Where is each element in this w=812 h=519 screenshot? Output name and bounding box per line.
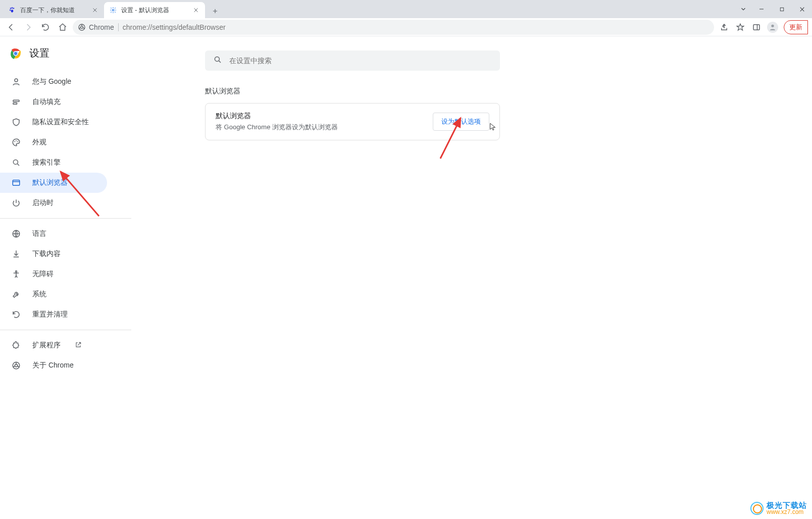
- sidebar-item-label: 隐私设置和安全性: [32, 118, 89, 127]
- svg-point-19: [14, 141, 15, 142]
- sidebar-item-label: 扩展程序: [32, 341, 61, 350]
- section-title: 默认浏览器: [205, 87, 812, 96]
- sidebar-item-label: 无障碍: [32, 270, 54, 279]
- update-label: 更新: [789, 23, 802, 32]
- tabs-dropdown-button[interactable]: [735, 2, 751, 17]
- sidebar-item-label: 启动时: [32, 198, 54, 207]
- page-title: 设置: [29, 46, 49, 60]
- sidebar-item-you-and-google[interactable]: 您与 Google: [0, 72, 107, 92]
- sidebar-item-appearance[interactable]: 外观: [0, 132, 107, 152]
- accessibility-icon: [11, 269, 21, 279]
- address-bar[interactable]: Chrome chrome://settings/defaultBrowser: [73, 20, 714, 35]
- settings-main: 默认浏览器 默认浏览器 将 Google Chrome 浏览器设为默认浏览器 设…: [131, 36, 812, 519]
- svg-point-22: [13, 160, 18, 164]
- forward-button[interactable]: [21, 20, 35, 34]
- close-icon[interactable]: [91, 6, 99, 14]
- svg-point-16: [15, 79, 18, 82]
- baidu-paw-icon: [8, 6, 16, 14]
- share-button[interactable]: [717, 20, 731, 34]
- settings-page: 设置 您与 Google 自动填充 隐私设置和安全性 外观 搜索引擎: [0, 36, 812, 519]
- profile-button[interactable]: [766, 20, 780, 34]
- search-icon: [213, 55, 222, 66]
- watermark-url: www.xz7.com: [767, 509, 807, 515]
- svg-point-4: [112, 9, 114, 11]
- browser-icon: [11, 178, 21, 188]
- chrome-outline-icon: [11, 360, 21, 371]
- settings-header: 设置: [9, 46, 49, 60]
- svg-point-9: [771, 24, 774, 27]
- watermark-logo-icon: [750, 502, 764, 515]
- sidebar-item-label: 默认浏览器: [32, 178, 68, 187]
- person-icon: [11, 77, 21, 87]
- globe-icon: [11, 229, 21, 239]
- shield-icon: [11, 117, 21, 127]
- default-browser-card: 默认浏览器 将 Google Chrome 浏览器设为默认浏览器 设为默认选项: [205, 103, 500, 140]
- svg-point-7: [81, 26, 83, 28]
- svg-rect-5: [780, 8, 783, 11]
- sidebar-item-accessibility[interactable]: 无障碍: [0, 264, 107, 284]
- restore-icon: [11, 309, 21, 320]
- settings-sidebar: 您与 Google 自动填充 隐私设置和安全性 外观 搜索引擎 默认浏览器 启动…: [0, 36, 131, 519]
- home-button[interactable]: [56, 20, 70, 34]
- watermark-text: 极光下载站: [767, 501, 807, 509]
- svg-point-0: [10, 8, 12, 9]
- sidebar-item-privacy[interactable]: 隐私设置和安全性: [0, 112, 107, 132]
- sidebar-item-label: 自动填充: [32, 97, 61, 107]
- chrome-logo-icon: [9, 47, 22, 60]
- bookmark-button[interactable]: [733, 20, 747, 34]
- sidebar-item-reset[interactable]: 重置并清理: [0, 304, 107, 325]
- sidebar-divider: [0, 330, 131, 330]
- svg-point-15: [215, 57, 219, 61]
- reload-button[interactable]: [38, 20, 53, 34]
- separator: [118, 23, 119, 31]
- autofill-icon: [11, 97, 21, 107]
- svg-point-27: [15, 364, 17, 367]
- svg-point-1: [12, 7, 13, 9]
- back-button[interactable]: [4, 20, 18, 34]
- tab-settings[interactable]: 设置 - 默认浏览器: [104, 2, 205, 18]
- search-icon: [11, 158, 21, 168]
- svg-point-21: [17, 141, 18, 142]
- sidebar-item-on-startup[interactable]: 启动时: [0, 193, 107, 213]
- set-default-button[interactable]: 设为默认选项: [433, 113, 489, 131]
- sidebar-item-label: 外观: [32, 138, 46, 147]
- tab-baidu[interactable]: 百度一下，你就知道: [3, 2, 104, 18]
- browser-toolbar: Chrome chrome://settings/defaultBrowser …: [0, 18, 812, 36]
- palette-icon: [11, 137, 21, 147]
- card-subtitle: 将 Google Chrome 浏览器设为默认浏览器: [216, 123, 338, 132]
- settings-search-input[interactable]: [229, 57, 492, 65]
- external-link-icon: [75, 341, 82, 350]
- close-icon[interactable]: [192, 6, 200, 14]
- sidebar-item-default-browser[interactable]: 默认浏览器: [0, 173, 107, 193]
- new-tab-button[interactable]: [208, 4, 222, 18]
- maximize-button[interactable]: [772, 2, 792, 17]
- window-close-button[interactable]: [792, 2, 812, 17]
- power-icon: [11, 198, 21, 208]
- sidebar-item-downloads[interactable]: 下载内容: [0, 244, 107, 264]
- svg-rect-18: [13, 103, 17, 105]
- sidebar-item-label: 语言: [32, 229, 46, 238]
- update-button[interactable]: 更新: [784, 20, 808, 34]
- sidebar-item-label: 系统: [32, 290, 46, 299]
- puzzle-icon: [11, 340, 21, 350]
- sidebar-item-search-engine[interactable]: 搜索引擎: [0, 152, 107, 173]
- sidebar-item-about-chrome[interactable]: 关于 Chrome: [0, 355, 107, 376]
- sidebar-item-label: 重置并清理: [32, 310, 68, 319]
- sidebar-item-autofill[interactable]: 自动填充: [0, 92, 107, 112]
- settings-search[interactable]: [205, 50, 500, 71]
- sidebar-item-label: 您与 Google: [32, 77, 71, 86]
- svg-rect-17: [13, 100, 19, 101]
- wrench-icon: [11, 289, 21, 299]
- chrome-outline-icon: [78, 23, 86, 31]
- svg-point-3: [10, 10, 11, 11]
- tab-strip: 百度一下，你就知道 设置 - 默认浏览器: [0, 0, 812, 18]
- sidebar-item-system[interactable]: 系统: [0, 284, 107, 304]
- side-panel-button[interactable]: [749, 20, 764, 34]
- svg-rect-23: [13, 180, 20, 186]
- sidebar-item-extensions[interactable]: 扩展程序: [0, 335, 107, 355]
- svg-point-20: [16, 140, 17, 141]
- minimize-button[interactable]: [751, 2, 772, 17]
- sidebar-item-languages[interactable]: 语言: [0, 224, 107, 244]
- site-info-button[interactable]: Chrome: [78, 23, 114, 31]
- gear-icon: [109, 6, 117, 14]
